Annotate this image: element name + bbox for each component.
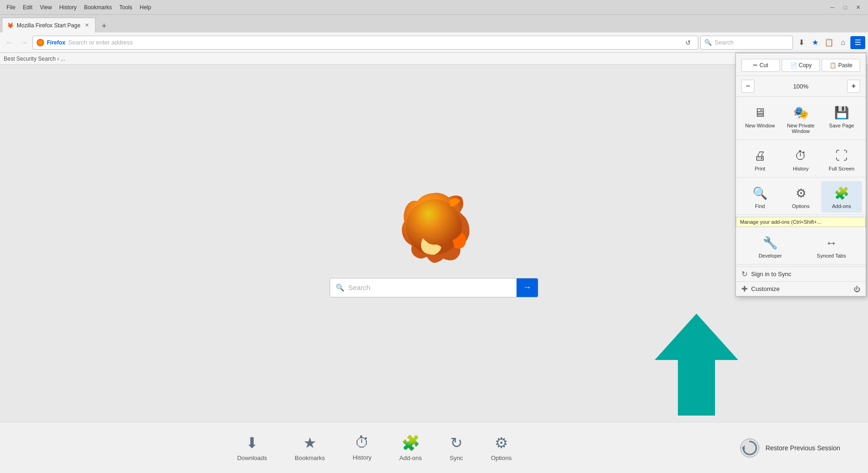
menu-zoom-row: − 100% +: [736, 78, 866, 97]
new-window-icon: 🖥: [752, 104, 768, 121]
firefox-logo: [397, 190, 471, 264]
nav-bar: ← → Firefox Search or enter address ↺ 🔍 …: [0, 32, 868, 53]
active-tab[interactable]: 🦊 Mozilla Firefox Start Page ✕: [2, 18, 96, 32]
sync-icon: ↻: [741, 270, 747, 278]
menu-bookmarks[interactable]: Bookmarks: [81, 3, 115, 12]
options-item[interactable]: ⚙ Options: [780, 181, 821, 213]
new-window-item[interactable]: 🖥 New Window: [740, 101, 780, 138]
menu-help[interactable]: Help: [137, 3, 154, 12]
bottom-history[interactable]: ⏱ History: [339, 429, 385, 466]
addons-icon: 🧩: [833, 185, 850, 202]
history-item[interactable]: ⏱ History: [780, 144, 821, 175]
new-private-window-item[interactable]: 🎭 New Private Window: [780, 101, 821, 138]
addon-tooltip: Manage your add-ons (Ctrl+Shift+...: [736, 217, 866, 227]
search-placeholder: Search: [715, 39, 734, 46]
home-icon[interactable]: ⌂: [836, 36, 849, 49]
title-bar: File Edit View History Bookmarks Tools H…: [0, 0, 868, 15]
menu-edit-row: ✂ Cut 📄 Copy 📋 Paste: [736, 57, 866, 76]
bottom-bookmarks[interactable]: ★ Bookmarks: [281, 429, 339, 466]
zoom-out-button[interactable]: −: [741, 80, 754, 93]
hero-search-icon: 🔍: [336, 284, 345, 292]
hero-search-box[interactable]: 🔍 Search →: [330, 278, 538, 297]
fullscreen-icon: ⛶: [833, 147, 850, 164]
reload-button[interactable]: ↺: [682, 37, 694, 49]
firefox-hero: 🔍 Search →: [330, 190, 538, 297]
bookmark-icon[interactable]: ★: [809, 36, 822, 49]
save-icon[interactable]: 📋: [823, 36, 836, 49]
restore-session-button[interactable]: Restore Previous Session: [730, 432, 849, 464]
developer-item[interactable]: 🔧 Developer: [740, 231, 801, 262]
bottom-addons[interactable]: 🧩 Add-ons: [385, 429, 435, 466]
options-icon: ⚙: [792, 185, 809, 202]
bottom-options-icon: ⚙: [495, 434, 508, 452]
synced-tabs-item[interactable]: ↔ Synced Tabs: [801, 231, 862, 262]
fullscreen-item[interactable]: ⛶ Full Screen: [821, 144, 862, 175]
save-page-icon: 💾: [833, 104, 850, 121]
download-icon[interactable]: ⬇: [795, 36, 808, 49]
cut-button[interactable]: ✂ Cut: [741, 59, 780, 72]
bottom-bar: ⬇ Downloads ★ Bookmarks ⏱ History 🧩 Add-…: [0, 422, 868, 473]
search-icon: 🔍: [704, 39, 712, 46]
menu-grid-row4: 🔧 Developer ↔ Synced Tabs: [736, 229, 866, 265]
find-icon: 🔍: [752, 185, 768, 202]
bookmark-item[interactable]: Best Security Search ‹ ...: [4, 56, 65, 62]
hero-search-input[interactable]: 🔍 Search: [330, 278, 517, 297]
close-button[interactable]: ✕: [852, 3, 864, 12]
menu-grid-row1: 🖥 New Window 🎭 New Private Window 💾 Save…: [736, 99, 866, 140]
cut-icon: ✂: [753, 62, 758, 69]
paste-button[interactable]: 📋 Paste: [822, 59, 860, 72]
customize-icon: ✚: [741, 284, 747, 293]
customize-item[interactable]: ✚ Customize ⏻: [736, 281, 866, 296]
menu-grid-row2: 🖨 Print ⏱ History ⛶ Full Screen: [736, 142, 866, 177]
addons-item[interactable]: 🧩 Add-ons: [821, 181, 862, 213]
back-button[interactable]: ←: [3, 36, 16, 49]
bottom-options[interactable]: ⚙ Options: [477, 429, 526, 466]
downloads-icon: ⬇: [246, 434, 258, 452]
bottom-addons-icon: 🧩: [402, 434, 420, 452]
tab-favicon: 🦊: [7, 22, 14, 29]
maximize-button[interactable]: □: [839, 3, 851, 12]
bottom-sync[interactable]: ↻ Sync: [436, 429, 477, 466]
tab-close-button[interactable]: ✕: [83, 22, 90, 29]
sign-in-sync[interactable]: ↻ Sign in to Sync: [736, 266, 866, 281]
restore-icon: [740, 438, 760, 458]
menu-tools[interactable]: Tools: [116, 3, 135, 12]
hero-search-button[interactable]: →: [517, 278, 538, 297]
address-bar[interactable]: Firefox Search or enter address ↺: [32, 36, 698, 50]
print-icon: 🖨: [752, 147, 768, 164]
history-icon: ⏱: [792, 147, 809, 164]
bottom-downloads[interactable]: ⬇ Downloads: [223, 429, 281, 466]
search-bar[interactable]: 🔍 Search: [700, 36, 793, 50]
menu-bar: File Edit View History Bookmarks Tools H…: [4, 3, 154, 12]
bottom-icons: ⬇ Downloads ★ Bookmarks ⏱ History 🧩 Add-…: [19, 429, 730, 466]
tab-bar: 🦊 Mozilla Firefox Start Page ✕ +: [0, 15, 868, 32]
print-item[interactable]: 🖨 Print: [740, 144, 780, 175]
menu-history[interactable]: History: [57, 3, 79, 12]
zoom-value: 100%: [756, 83, 845, 90]
tab-title: Mozilla Firefox Start Page: [17, 22, 80, 29]
find-item[interactable]: 🔍 Find: [740, 181, 780, 213]
menu-edit[interactable]: Edit: [20, 3, 35, 12]
bookmarks-icon: ★: [303, 434, 317, 452]
synced-tabs-icon: ↔: [823, 234, 840, 251]
toolbar-icons: ⬇ ★ 📋 ⌂ ☰: [795, 36, 865, 49]
new-private-window-icon: 🎭: [792, 104, 809, 121]
copy-icon: 📄: [790, 62, 797, 69]
forward-button[interactable]: →: [18, 36, 31, 49]
new-tab-button[interactable]: +: [97, 19, 110, 32]
menu-file[interactable]: File: [4, 3, 18, 12]
hamburger-menu-button[interactable]: ☰: [850, 36, 865, 49]
paste-icon: 📋: [830, 62, 836, 69]
firefox-label: Firefox: [47, 39, 65, 46]
svg-marker-4: [655, 314, 738, 416]
teal-arrow: [655, 314, 738, 417]
zoom-in-button[interactable]: +: [847, 80, 860, 93]
power-icon: ⏻: [854, 285, 860, 293]
menu-popup: ✂ Cut 📄 Copy 📋 Paste − 100% + 🖥 New Wind…: [735, 53, 866, 296]
address-text: Search or enter address: [68, 39, 679, 46]
bottom-history-icon: ⏱: [355, 434, 370, 451]
menu-view[interactable]: View: [37, 3, 55, 12]
copy-button[interactable]: 📄 Copy: [782, 59, 820, 72]
save-page-item[interactable]: 💾 Save Page: [821, 101, 862, 138]
minimize-button[interactable]: ─: [826, 3, 838, 12]
